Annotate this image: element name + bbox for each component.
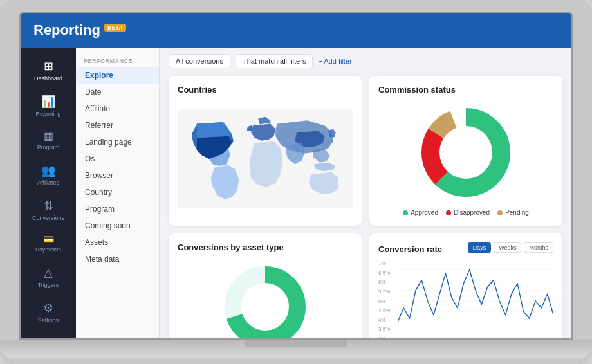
y-label-5: 5% xyxy=(378,298,395,304)
left-nav: Performance Explore Date Affiliate Refer… xyxy=(76,48,160,338)
y-label-3: 3% xyxy=(378,336,395,338)
top-bar: Reporting Beta xyxy=(21,13,571,48)
commission-donut-container: Approved Disapproved Pending xyxy=(378,101,553,216)
conversion-rate-title: Conversion rate xyxy=(378,244,442,254)
sidebar-label-program: Program xyxy=(37,144,60,150)
dashboard-icon: ⊞ xyxy=(44,59,53,73)
y-label-45: 4.5% xyxy=(378,307,395,313)
y-label-4: 4% xyxy=(378,317,395,323)
y-label-35: 3.5% xyxy=(378,326,395,332)
left-nav-item-country[interactable]: Country xyxy=(76,184,159,201)
asset-donut-container xyxy=(178,259,353,338)
chart-time-controls: Days Weeks Months xyxy=(468,242,553,253)
program-icon: ▦ xyxy=(44,130,53,142)
conversions-icon: ⇅ xyxy=(44,199,53,213)
chart-weeks-button[interactable]: Weeks xyxy=(494,242,521,253)
sidebar-label-settings: Settings xyxy=(38,317,59,323)
cards-grid: Countries xyxy=(169,76,562,338)
settings-icon: ⚙ xyxy=(43,301,53,315)
sidebar-item-conversions[interactable]: ⇅ Conversions xyxy=(21,194,76,226)
left-nav-item-browser[interactable]: Browser xyxy=(76,167,159,184)
left-nav-item-referrer[interactable]: Referrer xyxy=(76,117,159,134)
asset-type-card: Conversions by asset type xyxy=(169,233,362,338)
sidebar-label-triggers: Triggers xyxy=(38,282,59,288)
payments-icon: 💳 xyxy=(43,234,54,244)
sidebar-item-dashboard[interactable]: ⊞ Dashboard xyxy=(21,54,76,87)
filter-bar: All conversions That match all filters +… xyxy=(169,54,562,68)
page-title: Reporting xyxy=(33,22,100,39)
commission-status-card: Commission status xyxy=(369,76,562,226)
y-label-7: 7% xyxy=(378,260,395,266)
left-nav-item-os[interactable]: Os xyxy=(76,150,159,167)
line-chart-wrapper: 7% 6.5% 6% 5.5% 5% 4.5% 4% 3.5% 3% xyxy=(378,259,553,338)
chart-days-button[interactable]: Days xyxy=(468,242,492,253)
y-label-6: 6% xyxy=(378,279,395,285)
sidebar-label-payments: Payments xyxy=(35,246,61,253)
left-nav-item-assets[interactable]: Assets xyxy=(76,234,159,251)
reporting-icon: 📊 xyxy=(41,95,55,109)
sidebar-item-affiliates[interactable]: 👥 Affiliates xyxy=(21,158,76,191)
disapproved-label: Disapproved xyxy=(454,209,490,216)
sidebar: ⊞ Dashboard 📊 Reporting ▦ Program 👥 Affi… xyxy=(21,48,76,338)
sidebar-item-payments[interactable]: 💳 Payments xyxy=(21,229,76,258)
left-nav-item-program[interactable]: Program xyxy=(76,201,159,217)
legend-pending: Pending xyxy=(497,209,529,216)
legend-approved: Approved xyxy=(403,209,438,216)
commission-title: Commission status xyxy=(378,85,553,95)
svg-point-7 xyxy=(243,285,287,329)
sidebar-item-settings[interactable]: ⚙ Settings xyxy=(21,296,76,329)
commission-donut-chart xyxy=(414,101,517,204)
chart-months-button[interactable]: Months xyxy=(524,242,553,253)
commission-legend: Approved Disapproved Pending xyxy=(403,209,529,216)
affiliates-icon: 👥 xyxy=(41,163,55,177)
approved-label: Approved xyxy=(411,209,438,216)
sidebar-label-conversions: Conversions xyxy=(32,215,64,221)
pending-dot xyxy=(497,210,503,215)
sidebar-item-reporting[interactable]: 📊 Reporting xyxy=(21,89,76,122)
triggers-icon: △ xyxy=(44,266,53,280)
conversion-rate-card: Conversion rate Days Weeks Months xyxy=(369,233,562,338)
legend-disapproved: Disapproved xyxy=(446,209,490,216)
main-content: All conversions That match all filters +… xyxy=(160,48,571,338)
asset-donut-chart xyxy=(214,259,317,338)
y-label-55: 5.5% xyxy=(378,289,395,295)
left-nav-item-meta-data[interactable]: Meta data xyxy=(76,251,159,268)
approved-dot xyxy=(403,210,408,215)
sidebar-label-dashboard: Dashboard xyxy=(34,75,62,82)
beta-badge: Beta xyxy=(104,24,126,32)
svg-point-4 xyxy=(441,128,490,177)
countries-card: Countries xyxy=(169,76,362,226)
sidebar-item-triggers[interactable]: △ Triggers xyxy=(21,260,76,293)
line-chart-svg xyxy=(398,259,553,338)
sidebar-label-reporting: Reporting xyxy=(35,111,60,117)
asset-type-title: Conversions by asset type xyxy=(178,242,353,252)
sidebar-label-affiliates: Affiliates xyxy=(37,179,59,186)
filter-chip-match[interactable]: That match all filters xyxy=(236,54,313,68)
y-axis: 7% 6.5% 6% 5.5% 5% 4.5% 4% 3.5% 3% xyxy=(378,259,398,338)
world-map xyxy=(178,101,353,217)
pending-label: Pending xyxy=(505,209,529,216)
left-nav-item-coming-soon[interactable]: Coming soon xyxy=(76,217,159,234)
sidebar-item-program[interactable]: ▦ Program xyxy=(21,125,76,156)
left-nav-item-explore[interactable]: Explore xyxy=(76,67,159,84)
countries-title: Countries xyxy=(178,85,353,95)
left-nav-item-date[interactable]: Date xyxy=(76,84,159,100)
left-nav-section: Performance xyxy=(76,54,159,67)
add-filter-button[interactable]: + Add filter xyxy=(318,57,351,65)
left-nav-item-affiliate[interactable]: Affiliate xyxy=(76,100,159,117)
left-nav-item-landing-page[interactable]: Landing page xyxy=(76,134,159,150)
y-label-65: 6.5% xyxy=(378,270,395,276)
filter-chip-all-conversions[interactable]: All conversions xyxy=(169,54,230,68)
disapproved-dot xyxy=(446,210,451,215)
